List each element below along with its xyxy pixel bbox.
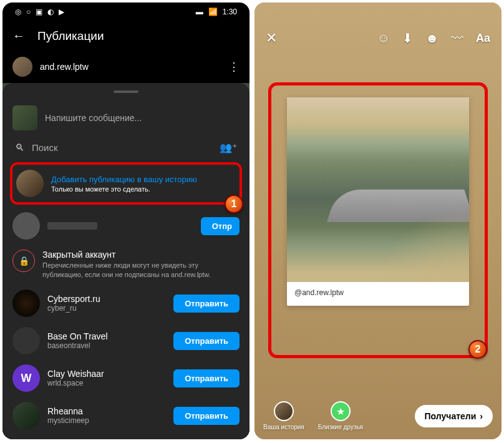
download-icon[interactable]: ⬇ [402, 31, 413, 46]
story-editor-screen: ✕ ☺ ⬇ ☻ 〰 Aa 2 @and.rew.lptw Ваша истори… [254, 2, 502, 439]
redacted-name [47, 222, 97, 230]
post-author-row: and.rew.lptw ⋮ [2, 51, 250, 83]
sticker-icon[interactable]: ☻ [425, 31, 439, 46]
contact-row: Base On Travel baseontravel Отправить [10, 322, 242, 359]
send-button[interactable]: Отправить [173, 407, 240, 425]
draw-icon[interactable]: 〰 [451, 31, 463, 46]
search-row[interactable]: 🔍︎ Поиск 👥⁺ [10, 135, 242, 160]
app-icon: ◐ [47, 7, 54, 16]
contact-row: Rheanna mysticimeep Отправить [10, 397, 242, 434]
contact-username: cyber_ru [47, 304, 166, 313]
contact-row: Cybersport.ru cyber_ru Отправить [10, 285, 242, 322]
status-left-icons: ◎ ○ ▣ ◐ ▶ [15, 7, 64, 16]
author-username: and.rew.lptw [40, 62, 89, 72]
recipients-label: Получатели [425, 411, 477, 421]
post-image [287, 97, 469, 282]
contact-text: Rheanna mysticimeep [47, 406, 166, 425]
your-story-button[interactable]: Ваша история [263, 401, 304, 431]
close-friends-label: Близкие друзья [318, 424, 363, 431]
annotation-badge-2: 2 [468, 340, 487, 359]
contact-text: Base On Travel baseontravel [47, 331, 166, 350]
avatar [16, 170, 44, 197]
avatar [12, 212, 40, 240]
page-title: Публикации [37, 29, 104, 43]
private-title: Закрытый аккаунт [42, 250, 240, 260]
story-header: ✕ ☺ ⬇ ☻ 〰 Aa [254, 21, 502, 55]
instagram-icon: ◎ [15, 7, 21, 16]
contact-text [47, 222, 193, 230]
recipients-button[interactable]: Получатели › [415, 405, 493, 427]
signal-icon: 📶 [208, 7, 218, 16]
private-text: Закрытый аккаунт Перечисленные ниже люди… [42, 250, 240, 280]
post-thumbnail [12, 105, 37, 130]
contact-text: Clay Weishaar wrld.space [47, 369, 166, 387]
post-caption: @and.rew.lptw [287, 282, 469, 306]
avatar [12, 327, 40, 354]
search-placeholder: Поиск [32, 142, 212, 153]
message-placeholder: Напишите сообщение... [45, 113, 142, 123]
add-story-subtitle: Только вы можете это сделать. [51, 185, 236, 193]
send-button[interactable]: Отправить [173, 332, 240, 350]
avatar [274, 401, 294, 421]
foliage-shape [378, 208, 469, 282]
private-account-notice: 🔒 Закрытый аккаунт Перечисленные ниже лю… [10, 245, 242, 285]
avatar: W [12, 364, 40, 392]
more-options-icon[interactable]: ⋮ [228, 60, 240, 74]
lock-icon: 🔒 [12, 250, 35, 272]
shared-post-card[interactable]: @and.rew.lptw [287, 97, 469, 306]
author-info[interactable]: and.rew.lptw [12, 57, 89, 77]
send-button[interactable]: Отправить [173, 295, 240, 313]
avatar [12, 290, 40, 317]
contact-text: Cybersport.ru cyber_ru [47, 294, 166, 313]
status-right-icons: ▬ 📶 1:30 [196, 7, 237, 16]
time-label: 1:30 [223, 7, 237, 16]
app-icon: ▣ [36, 7, 42, 16]
face-filter-icon[interactable]: ☺ [377, 31, 390, 46]
your-story-label: Ваша история [263, 424, 304, 431]
story-footer: Ваша история ★ Близкие друзья Получатели… [254, 401, 502, 431]
star-icon: ★ [331, 401, 351, 421]
status-bar: ◎ ○ ▣ ◐ ▶ ▬ 📶 1:30 [2, 2, 250, 21]
contact-name: Cybersport.ru [47, 294, 166, 304]
add-to-story-option[interactable]: Добавить публикацию в вашу историю Тольк… [10, 162, 242, 205]
message-input-row[interactable]: Напишите сообщение... [10, 100, 242, 135]
avatar [12, 402, 40, 429]
text-icon[interactable]: Aa [476, 32, 490, 45]
page-header: ← Публикации [2, 21, 250, 51]
contact-name: Clay Weishaar [47, 369, 166, 379]
app-icon: ▶ [59, 7, 64, 16]
contact-username: baseontravel [47, 341, 166, 350]
close-icon[interactable]: ✕ [266, 30, 277, 46]
close-friends-button[interactable]: ★ Близкие друзья [318, 401, 363, 431]
contact-username: wrld.space [47, 379, 166, 387]
send-button[interactable]: Отпр [201, 217, 240, 235]
search-icon: 🔍︎ [15, 142, 24, 153]
share-sheet-screen: ◎ ○ ▣ ◐ ▶ ▬ 📶 1:30 ← Публикации and.rew.… [2, 2, 250, 439]
back-arrow-icon[interactable]: ← [12, 29, 25, 43]
contact-row-hidden: Отпр [10, 207, 242, 245]
app-icon: ○ [26, 7, 31, 16]
story-tools: ☺ ⬇ ☻ 〰 Aa [377, 31, 490, 46]
contact-name: Base On Travel [47, 331, 166, 341]
contact-username: mysticimeep [47, 416, 166, 425]
private-description: Перечисленные ниже люди могут не увидеть… [42, 261, 240, 280]
add-people-icon[interactable]: 👥⁺ [220, 142, 237, 153]
send-button[interactable]: Отправить [173, 369, 240, 387]
add-story-text: Добавить публикацию в вашу историю Тольк… [51, 175, 236, 193]
contact-row: W Clay Weishaar wrld.space Отправить [10, 359, 242, 397]
avatar [12, 57, 32, 77]
drag-handle[interactable] [114, 90, 138, 93]
signal-icon: ▬ [196, 7, 203, 16]
chevron-right-icon: › [480, 411, 483, 421]
share-sheet: Напишите сообщение... 🔍︎ Поиск 👥⁺ Добави… [2, 83, 250, 439]
contact-name: Rheanna [47, 406, 166, 416]
add-story-title: Добавить публикацию в вашу историю [51, 175, 236, 184]
